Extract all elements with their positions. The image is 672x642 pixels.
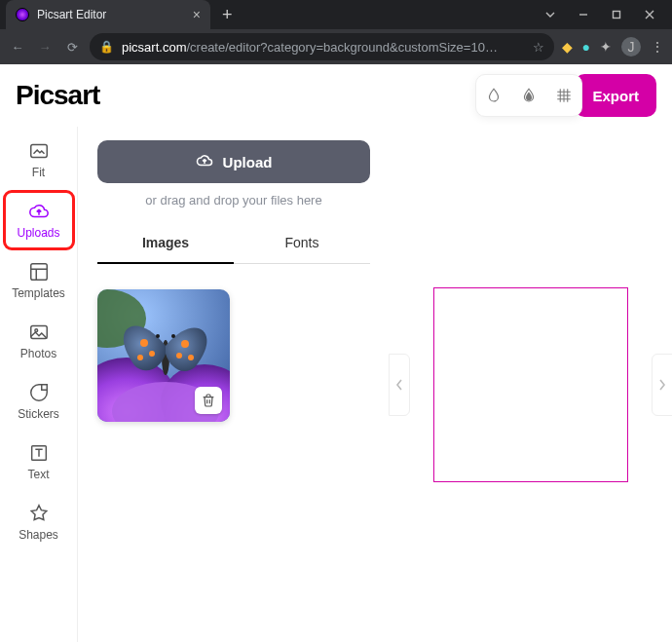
extension-icon-1[interactable]: ◆	[562, 39, 573, 55]
window-dropdown-button[interactable]	[534, 9, 567, 20]
droplet-outline-icon[interactable]	[476, 74, 511, 117]
nav-reload-button[interactable]: ⟳	[62, 40, 82, 55]
upload-button[interactable]: Upload	[97, 140, 370, 183]
shapes-star-icon	[28, 503, 50, 524]
trash-icon	[201, 393, 216, 408]
svg-point-16	[181, 340, 189, 348]
rail-item-label: Fit	[32, 166, 45, 179]
svg-point-20	[171, 334, 175, 338]
chevron-right-icon	[658, 379, 666, 391]
svg-point-14	[149, 351, 155, 357]
lock-icon: 🔒	[99, 40, 114, 54]
upload-button-label: Upload	[223, 154, 273, 170]
nav-back-button[interactable]: ←	[8, 40, 27, 55]
subtab-label: Fonts	[284, 235, 318, 250]
svg-point-17	[176, 353, 182, 359]
rail-item-stickers[interactable]: Stickers	[6, 374, 72, 429]
rail-item-label: Templates	[12, 286, 65, 300]
uploaded-thumbnail[interactable]	[97, 289, 230, 422]
export-button[interactable]: Export	[575, 74, 656, 117]
svg-point-15	[137, 355, 143, 360]
subtab-fonts[interactable]: Fonts	[234, 223, 370, 264]
window-minimize-button[interactable]	[567, 9, 600, 20]
top-tool-group	[475, 74, 582, 117]
rail-item-label: Text	[27, 468, 49, 481]
rail-item-shapes[interactable]: Shapes	[6, 495, 72, 549]
rail-item-fit[interactable]: Fit	[6, 132, 72, 187]
uploads-subtabs: Images Fonts	[97, 223, 370, 264]
window-maximize-button[interactable]	[600, 9, 633, 20]
panel-collapse-left-button[interactable]	[389, 354, 410, 416]
browser-tab[interactable]: Picsart Editor ×	[6, 0, 210, 29]
chrome-menu-icon[interactable]: ⋮	[651, 39, 664, 55]
droplet-filled-icon[interactable]	[511, 74, 546, 117]
photos-icon	[28, 321, 50, 343]
window-close-button[interactable]	[633, 9, 666, 20]
close-icon[interactable]: ×	[193, 7, 201, 22]
delete-thumbnail-button[interactable]	[195, 387, 222, 414]
rail-item-label: Uploads	[17, 226, 59, 240]
stickers-icon	[28, 382, 50, 403]
rail-item-photos[interactable]: Photos	[6, 314, 72, 368]
rail-item-label: Stickers	[18, 407, 59, 421]
bookmark-star-icon[interactable]: ☆	[533, 40, 544, 55]
canvas-area	[390, 127, 672, 642]
subtab-images[interactable]: Images	[97, 223, 234, 264]
svg-rect-1	[614, 12, 620, 19]
profile-avatar[interactable]: J	[621, 37, 641, 57]
svg-rect-3	[30, 264, 47, 281]
rail-item-text[interactable]: Text	[6, 434, 72, 489]
new-tab-button[interactable]: +	[222, 5, 233, 25]
tab-favicon	[16, 8, 29, 21]
templates-icon	[28, 261, 50, 283]
export-button-label: Export	[592, 88, 639, 104]
svg-point-18	[188, 355, 194, 360]
uploads-panel: Upload or drag and drop your files here …	[78, 127, 390, 642]
nav-forward-button[interactable]: →	[35, 40, 55, 55]
chevron-left-icon	[395, 379, 403, 391]
texture-grid-icon[interactable]	[546, 74, 581, 117]
tab-title: Picsart Editor	[37, 8, 185, 21]
rail-item-templates[interactable]: Templates	[6, 253, 72, 308]
upload-cloud-icon	[28, 201, 50, 222]
panel-collapse-right-button[interactable]	[652, 354, 672, 416]
artboard[interactable]	[434, 288, 627, 481]
upload-icon	[196, 152, 213, 172]
rail-item-label: Photos	[20, 347, 56, 360]
app-logo[interactable]: Picsart	[16, 80, 99, 111]
svg-point-13	[140, 339, 148, 347]
rail-item-label: Shapes	[19, 528, 58, 542]
address-bar[interactable]: 🔒 picsart.com/create/editor?category=bac…	[90, 33, 554, 60]
svg-point-19	[156, 334, 160, 338]
left-rail: Fit Uploads Templates Photos	[0, 127, 78, 642]
address-url: picsart.com/create/editor?category=backg…	[122, 40, 525, 55]
text-icon	[28, 442, 50, 464]
extensions-puzzle-icon[interactable]: ✦	[600, 39, 612, 55]
drag-drop-hint: or drag and drop your files here	[97, 193, 370, 208]
fit-icon	[28, 140, 50, 162]
extension-icon-2[interactable]: ●	[582, 39, 590, 55]
subtab-label: Images	[142, 235, 189, 250]
rail-item-uploads[interactable]: Uploads	[6, 193, 72, 247]
